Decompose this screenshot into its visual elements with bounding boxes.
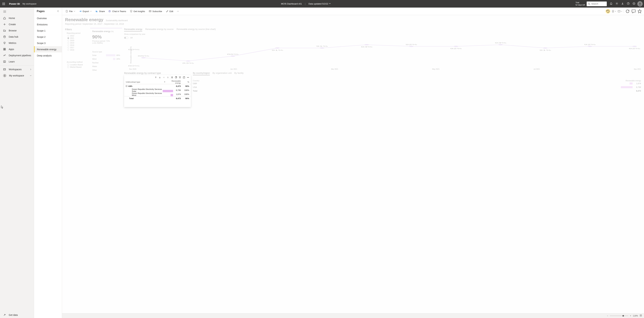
copy-icon[interactable] [174,76,178,79]
page-item[interactable]: Emissions [34,21,62,28]
cmd-file[interactable]: File [64,9,77,13]
drill-up-icon[interactable] [154,76,158,79]
app-launcher-icon[interactable] [1,3,6,5]
table-row[interactable]: GBR1,674 [193,82,641,85]
settings-icon[interactable] [616,2,618,6]
nav-datahub[interactable]: Data hub [0,34,34,40]
search-input[interactable] [591,3,605,5]
filter-acct-option[interactable]: Market Based [68,66,88,68]
col-header[interactable]: Renewable energy [626,80,641,82]
tab-item[interactable]: Renewable energy by source [145,28,174,31]
comment-button[interactable] [631,9,636,14]
chevron-down-icon[interactable] [328,3,331,5]
sort-icon[interactable] [164,81,165,83]
nav-apps[interactable]: Apps [0,46,34,52]
fit-page-icon[interactable] [640,314,642,317]
cmd-subscribe[interactable]: Subscribe [148,9,164,13]
nav-learn[interactable]: Learn [0,58,34,65]
nav-browse[interactable]: Browse [0,27,34,34]
nav-pipelines[interactable]: Deployment pipelines [0,52,34,58]
filter-acct-option[interactable]: Location Based [68,64,88,66]
cmd-export[interactable]: Export [78,9,93,13]
page-item[interactable]: Overview [34,15,62,21]
cmd-share[interactable]: Share [94,9,106,13]
line-chart[interactable]: Renewable energy (%) 80%90%85%83%86%91%9… [124,40,641,70]
kpi-title: Renewable energy [92,30,110,33]
notifications-icon[interactable] [610,2,612,6]
tab-item[interactable]: Renewable energy [124,28,142,31]
cmd-more[interactable] [176,9,180,13]
tab-org[interactable]: By organization unit [212,72,232,75]
filter-icon[interactable] [178,76,182,79]
filter-year-option[interactable]: 2018 [68,44,88,46]
page-item[interactable]: Scope 3 [34,40,62,46]
collapse-panel-icon[interactable] [57,10,59,13]
chart-xtick: Jan 2021 [230,68,237,70]
filter-year-option[interactable]: 2017 [68,47,88,49]
help-icon[interactable] [627,2,630,6]
zoom-out-button[interactable]: − [607,315,608,317]
refresh-button[interactable] [625,9,630,14]
filter-year-option[interactable]: 2021 [68,37,88,39]
hamburger-icon[interactable] [0,8,34,15]
trial-indicator: Trial: 52 days left [576,2,587,6]
filter-year-option[interactable]: 2019 [68,42,88,44]
filter-acct-label: Accounting method [67,61,88,63]
table-row[interactable]: Green Republic Electricity Services Sola… [124,88,191,92]
search-box[interactable] [587,2,607,6]
tab-item[interactable]: Renewable energy by source (line chart) [176,28,216,31]
chart-xtick: May 2021 [432,68,440,70]
nav-workspaces[interactable]: Workspaces [0,66,34,72]
workspace-breadcrumb[interactable]: My workspace [22,3,36,5]
nav-label: Create [9,23,16,26]
tab-country[interactable]: By country/region [193,72,210,75]
col-header[interactable]: Unit/contract type [126,81,140,83]
more-options-icon[interactable] [186,76,190,79]
cmd-edit[interactable]: Edit [164,9,174,13]
tab-facility[interactable]: By facility [234,72,244,75]
page-item[interactable]: Scope 2 [34,34,62,40]
table-group-row[interactable]: kWh 8,473 90% [124,84,191,88]
nav-my-workspace[interactable]: My workspace [0,72,34,79]
table-total-row: Total 8,473 [193,89,641,93]
cmd-insights[interactable]: Get insights [128,9,146,13]
pin-icon[interactable] [170,76,174,79]
svg-point-35 [178,11,179,12]
main-tabs: Renewable energy Renewable energy by sou… [124,28,641,31]
reset-filters-button[interactable] [606,9,610,14]
page-item[interactable]: Deep analysis [34,52,62,59]
table-row[interactable]: Green Republic Electricity Services Wind… [124,92,191,96]
download-icon[interactable] [621,2,624,6]
page-item[interactable]: Renewable energy [34,46,62,52]
nav-home[interactable]: Home [0,15,34,21]
feedback-icon[interactable] [632,2,635,6]
zoom-slider[interactable] [610,316,628,316]
page-item[interactable]: Scope 1 [34,28,62,34]
expand-all-icon[interactable] [166,76,170,79]
nav-metrics[interactable]: Metrics [0,40,34,46]
zoom-in-button[interactable]: + [630,315,631,317]
view-button[interactable] [618,9,622,14]
col-header[interactable]: Renewable energy [166,80,181,84]
data-updated-label[interactable]: Data updated 5/2/22 [308,3,328,5]
nav-get-data[interactable]: Get data [0,312,34,318]
filter-year-option[interactable]: 2016 [68,49,88,51]
table-row[interactable]: USA6,799 [193,85,641,89]
focus-mode-icon[interactable] [182,76,186,79]
zoom-value[interactable]: 118% [633,315,638,317]
chart-xtick: Jul 2021 [534,68,540,70]
cmd-chat[interactable]: T Chat in Teams [107,9,128,13]
svg-text:92%: 92% [450,48,462,49]
col-header[interactable]: % [181,81,189,83]
bookmark-button[interactable] [612,9,616,14]
user-avatar[interactable] [637,1,643,7]
filter-year-option[interactable]: 2020 [68,40,88,42]
data-icon [3,36,6,38]
favorite-button[interactable] [637,9,642,14]
nav-create[interactable]: Create [0,21,34,27]
filter-year-option[interactable]: 2022 [68,35,88,37]
col-header[interactable]: Country [193,80,200,82]
comparison-toggle[interactable] [124,37,128,39]
drill-down-icon[interactable] [158,76,162,79]
expand-next-icon[interactable] [162,76,166,79]
